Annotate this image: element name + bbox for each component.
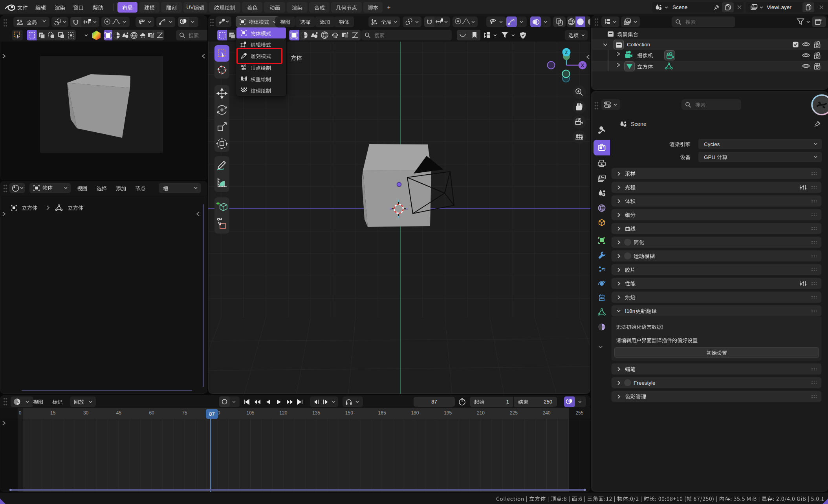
svg-text:75: 75 bbox=[182, 410, 187, 416]
svg-text:60: 60 bbox=[149, 410, 154, 416]
svg-text:165: 165 bbox=[378, 410, 386, 416]
svg-text:30: 30 bbox=[83, 410, 89, 416]
svg-text:240: 240 bbox=[542, 410, 550, 416]
svg-text:45: 45 bbox=[116, 410, 122, 416]
svg-text:15: 15 bbox=[50, 410, 56, 416]
svg-text:120: 120 bbox=[279, 410, 287, 416]
svg-text:105: 105 bbox=[246, 410, 254, 416]
svg-text:195: 195 bbox=[444, 410, 452, 416]
svg-text:225: 225 bbox=[510, 410, 518, 416]
svg-text:135: 135 bbox=[312, 410, 320, 416]
svg-text:255: 255 bbox=[575, 410, 583, 416]
svg-text:150: 150 bbox=[345, 410, 353, 416]
svg-text:180: 180 bbox=[411, 410, 419, 416]
svg-text:X: X bbox=[581, 63, 584, 68]
svg-text:0: 0 bbox=[19, 410, 22, 416]
svg-text:210: 210 bbox=[477, 410, 485, 416]
svg-text:Z: Z bbox=[565, 50, 568, 55]
